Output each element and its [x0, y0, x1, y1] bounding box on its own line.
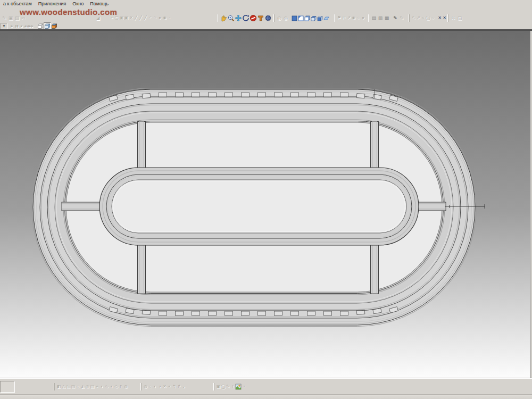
- wireframe-view-icon[interactable]: [37, 22, 44, 30]
- dot-ring-icon[interactable]: ◌: [430, 14, 435, 22]
- solid-curve-icon[interactable]: ∿: [104, 383, 109, 390]
- jump-icon[interactable]: ↗: [346, 14, 351, 22]
- bool-union-icon[interactable]: ◍: [143, 383, 148, 390]
- bend-up-icon[interactable]: ↰: [172, 383, 177, 390]
- explode2-icon[interactable]: ✕: [442, 14, 447, 22]
- paste-icon[interactable]: ▤: [14, 14, 20, 22]
- new-sheet-icon[interactable]: ▢: [114, 14, 119, 22]
- solid-corner-icon[interactable]: Γ: [119, 383, 123, 390]
- zoom-window-icon[interactable]: [227, 14, 235, 22]
- bool-left-icon[interactable]: ◐: [153, 383, 157, 390]
- material-drop-icon[interactable]: ◔: [242, 383, 246, 390]
- view-front-icon[interactable]: [297, 14, 304, 22]
- orb-icon[interactable]: ●: [361, 14, 365, 22]
- arc2-icon[interactable]: ◝: [153, 14, 157, 22]
- line2-icon[interactable]: ╱: [138, 14, 143, 22]
- eye-icon[interactable]: ◉: [351, 14, 356, 22]
- render-preview-icon[interactable]: [235, 383, 242, 390]
- dentil-block: [142, 94, 151, 98]
- line3-icon[interactable]: ╱: [143, 14, 148, 22]
- menu-item-3[interactable]: Помощь: [87, 1, 112, 6]
- solid-box-icon[interactable]: ◧: [56, 383, 61, 390]
- explode-icon[interactable]: ✕: [437, 14, 442, 22]
- orbit-icon[interactable]: [242, 14, 250, 22]
- material-mark-icon[interactable]: !: [230, 383, 235, 390]
- hammer-icon[interactable]: [257, 14, 264, 22]
- stop-icon[interactable]: [250, 14, 257, 22]
- zoom-in-icon[interactable]: ◎: [276, 14, 282, 22]
- line-icon[interactable]: ╱: [134, 14, 138, 22]
- viewport-canvas[interactable]: [0, 31, 532, 378]
- solid-cube-icon[interactable]: ▢: [71, 383, 76, 390]
- circle-filled-icon[interactable]: ●: [157, 14, 162, 22]
- bool-right-icon[interactable]: ◑: [157, 383, 162, 390]
- dentil-block: [291, 311, 299, 315]
- zoom-out-icon[interactable]: ◎: [282, 14, 289, 22]
- bool-outline-icon[interactable]: ◌: [148, 383, 153, 390]
- solid-pyramid-icon[interactable]: △: [61, 383, 66, 390]
- shaded-view-icon[interactable]: [44, 22, 51, 30]
- bend-down-icon[interactable]: ↱: [177, 383, 181, 390]
- ghost-icon[interactable]: ◌: [356, 14, 361, 22]
- rendered-view-icon[interactable]: [51, 22, 57, 30]
- layers3-icon[interactable]: ▦: [384, 14, 390, 22]
- move-nw-icon[interactable]: ↖: [411, 14, 416, 22]
- point-icon[interactable]: ·: [167, 14, 172, 22]
- solid-half-icon[interactable]: ◗: [99, 383, 104, 390]
- pause-icon[interactable]: ▮▮: [14, 22, 19, 30]
- menu-item-1[interactable]: Приложения: [35, 1, 70, 6]
- rewind-icon[interactable]: ◀◀: [24, 22, 29, 30]
- flag-icon[interactable]: ⚑: [337, 14, 342, 22]
- material-pencil-icon[interactable]: ✎: [226, 383, 230, 390]
- zoom-dynamic-icon[interactable]: [235, 14, 242, 22]
- view-iso-icon[interactable]: [310, 14, 317, 22]
- cross-icon[interactable]: ✕: [129, 14, 134, 22]
- bool-top-icon[interactable]: ◒: [181, 383, 186, 390]
- view-top-icon[interactable]: [291, 14, 297, 22]
- layers2-icon[interactable]: ▥: [377, 14, 384, 22]
- view-pages-icon[interactable]: [304, 14, 310, 22]
- view-plane-icon[interactable]: [323, 14, 329, 22]
- move-ne-icon[interactable]: ↗: [416, 14, 421, 22]
- draw-pencil2-icon[interactable]: ✎: [398, 14, 405, 22]
- view-sphere-icon[interactable]: [264, 14, 272, 22]
- solid-add-icon[interactable]: +: [95, 383, 99, 390]
- draw-pencil-icon[interactable]: ✎: [392, 14, 398, 22]
- bool-cut-icon[interactable]: ✕: [162, 383, 167, 390]
- menu-item-0[interactable]: а к объектам: [0, 1, 35, 6]
- copy-icon[interactable]: ▣: [7, 14, 14, 22]
- layers-icon[interactable]: ▤: [371, 14, 377, 22]
- eraser-icon[interactable]: ◢: [95, 14, 101, 22]
- menu-item-2[interactable]: Окно: [69, 1, 87, 6]
- view-select[interactable]: ▼: [1, 23, 7, 29]
- material-sphere-icon[interactable]: ◯: [221, 383, 226, 390]
- sheet-filled-icon[interactable]: ▣: [119, 14, 124, 22]
- solid-blob-icon[interactable]: ◖: [109, 383, 114, 390]
- pencil-icon[interactable]: ✎: [1, 14, 7, 22]
- sheet-icon[interactable]: ▢: [456, 14, 463, 22]
- pan-hand-icon[interactable]: [220, 14, 227, 22]
- ring-icon[interactable]: ◯: [426, 14, 430, 22]
- solid-wedge-icon[interactable]: ◺: [66, 383, 71, 390]
- add-icon[interactable]: +: [110, 14, 114, 22]
- cut-icon[interactable]: ✂: [20, 14, 27, 22]
- solid-cone-icon[interactable]: ◭: [80, 383, 85, 390]
- stop-play-icon[interactable]: ■: [19, 22, 24, 30]
- grid-dots-icon[interactable]: ∷: [450, 14, 456, 22]
- solid-sphere-icon[interactable]: ○: [76, 383, 80, 390]
- play-icon[interactable]: ▶: [10, 22, 14, 30]
- wave-icon[interactable]: ≈: [421, 14, 426, 22]
- flag2-icon[interactable]: ⚐: [342, 14, 346, 22]
- arc-icon[interactable]: ◜: [148, 14, 153, 22]
- solid-shaded-icon[interactable]: ◍: [123, 383, 128, 390]
- solid-diamond-icon[interactable]: ◇: [114, 383, 119, 390]
- bool-bottom-icon[interactable]: ◓: [167, 383, 172, 390]
- forward-icon[interactable]: ▶▶: [29, 22, 34, 30]
- view-iso2-icon[interactable]: [317, 14, 323, 22]
- solid-mesh-icon[interactable]: ▤: [90, 383, 95, 390]
- circle-ring-icon[interactable]: ◉: [162, 14, 167, 22]
- mullion-left-horizontal: [62, 202, 103, 211]
- sheet-filled2-icon[interactable]: ▣: [124, 14, 129, 22]
- solid-torus-icon[interactable]: ◎: [85, 383, 90, 390]
- material-box-icon[interactable]: ▣: [216, 383, 221, 390]
